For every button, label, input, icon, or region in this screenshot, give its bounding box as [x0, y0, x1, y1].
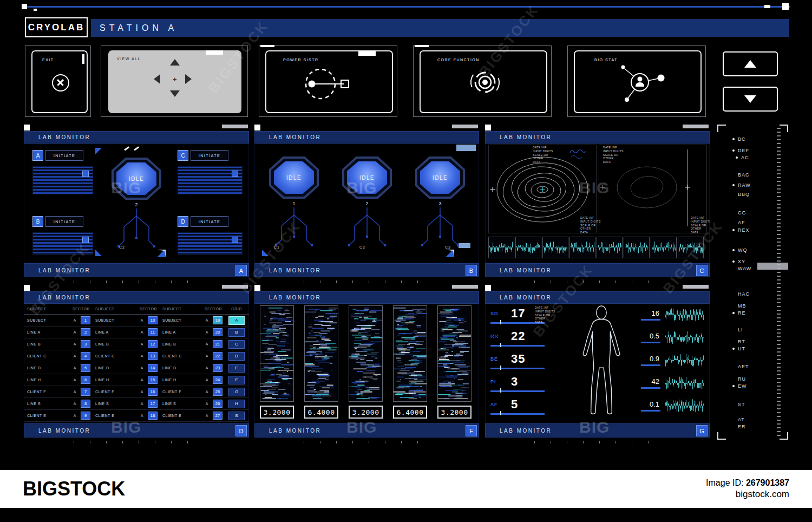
number-badge[interactable]: 1 [81, 316, 90, 324]
pan-up-button[interactable] [170, 59, 180, 66]
sidebar-item[interactable]: BC [732, 136, 746, 142]
number-badge[interactable]: 10 [148, 316, 158, 324]
sidebar-item[interactable]: BBQ [732, 192, 750, 197]
power-system-icon[interactable] [300, 63, 354, 106]
scroll-indicator[interactable] [757, 263, 788, 270]
bio-stat-icon[interactable] [610, 58, 675, 109]
grid-badge[interactable]: E [228, 364, 245, 373]
number-badge[interactable]: 20 [213, 328, 222, 336]
scroll-up-button[interactable] [723, 51, 778, 76]
number-badge[interactable]: 12 [148, 340, 158, 348]
number-badge[interactable]: 21 [213, 340, 222, 348]
number-badge[interactable]: 7 [81, 388, 90, 396]
sidebar-item[interactable]: WQ [732, 247, 748, 253]
number-badge[interactable]: 6 [81, 376, 90, 384]
bigstock-logo[interactable]: BIGSTOCK [23, 478, 125, 500]
close-button[interactable] [52, 74, 69, 92]
pan-left-button[interactable] [154, 74, 160, 84]
number-badge[interactable]: 23 [213, 364, 222, 372]
core-function-icon[interactable] [466, 63, 504, 101]
number-badge[interactable]: 15 [148, 376, 158, 384]
number-badge[interactable]: 13 [148, 352, 158, 360]
table-row[interactable]: LINE SA8LINE SA17LINE SA26H [24, 398, 249, 410]
number-badge[interactable]: 8 [81, 400, 90, 408]
site-link[interactable]: bigstock.com [706, 488, 789, 501]
table-row[interactable]: CLIENT FA7CLIENT FA16CLIENT FA25G [24, 386, 249, 398]
grid-badge[interactable]: G [228, 388, 245, 396]
cryo-unit[interactable]: IDLE 2 [102, 147, 171, 263]
sidebar-item[interactable]: ER [732, 424, 746, 429]
table-row[interactable]: SUBJECTA1SUBJECTA10SUBJECTA19A [24, 315, 249, 327]
sidebar-item[interactable]: AF [732, 220, 745, 225]
monitor-badge-f[interactable]: F [466, 425, 477, 436]
sidebar-item[interactable]: WAW [732, 266, 751, 271]
number-badge[interactable]: 3 [81, 340, 90, 348]
sidebar-item[interactable]: AC [736, 155, 749, 160]
number-badge[interactable]: 18 [148, 412, 158, 420]
number-badge[interactable]: 11 [148, 328, 158, 336]
initiate-button-c[interactable]: C INITIATE [178, 150, 228, 161]
sidebar-item[interactable]: RE [732, 310, 746, 316]
sidebar-item[interactable]: AET [732, 364, 749, 369]
monitor-badge-b[interactable]: B [466, 265, 477, 276]
sidebar-item[interactable]: DEF [732, 148, 749, 153]
initiate-button-b[interactable]: B INITIATE [32, 216, 83, 227]
number-badge[interactable]: 17 [148, 400, 158, 408]
sidebar-item[interactable]: RT [732, 339, 745, 344]
table-row[interactable]: LINE HA6LINE HA15LINE HA24F [24, 374, 249, 386]
cryo-unit-3[interactable]: IDLE 3 [406, 146, 474, 262]
table-row[interactable]: LINE DA5LINE DA14LINE DA23E [24, 362, 249, 374]
grid-badge[interactable]: B [228, 328, 245, 337]
sidebar-item[interactable]: RU [732, 376, 746, 382]
pan-center-button[interactable]: + [173, 75, 177, 83]
number-badge[interactable]: 24 [213, 376, 222, 384]
monitor-badge-g[interactable]: G [696, 425, 708, 436]
number-badge[interactable]: 27 [213, 412, 222, 420]
initiate-button-d[interactable]: D INITIATE [178, 216, 228, 227]
sidebar-item[interactable]: MB [732, 303, 746, 309]
sidebar-item[interactable]: ST [732, 402, 745, 407]
sidebar-item[interactable]: CG [732, 210, 746, 216]
sidebar-item[interactable]: XY [732, 259, 745, 264]
sidebar-item[interactable]: REX [732, 227, 750, 233]
sidebar-item[interactable]: LI [732, 327, 743, 332]
scroll-dots[interactable] [777, 128, 781, 436]
grid-badge[interactable]: D [228, 352, 245, 361]
grid-badge[interactable]: H [228, 400, 245, 408]
mini-scrollbar[interactable] [82, 54, 84, 64]
monitor-badge-d[interactable]: D [235, 425, 247, 436]
cryo-unit-2[interactable]: IDLE 2 [333, 146, 401, 262]
grid-badge[interactable]: C [228, 340, 245, 349]
cryo-unit-1[interactable]: IDLE 1 [260, 146, 328, 262]
sidebar-item[interactable]: EW [732, 383, 747, 389]
grid-badge[interactable]: F [228, 376, 245, 384]
table-row[interactable]: CLIENT EA9CLIENT EA18CLIENT EA27S [24, 410, 249, 422]
number-badge[interactable]: 14 [148, 364, 158, 372]
table-row[interactable]: LINE AA2LINE AA11LINE AA20B [24, 327, 249, 338]
monitor-badge-a[interactable]: A [235, 265, 247, 276]
sidebar-item[interactable]: BAC [732, 172, 750, 178]
sidebar-item[interactable]: UT [732, 346, 745, 351]
number-badge[interactable]: 26 [213, 400, 222, 408]
grid-badge[interactable]: A [228, 316, 245, 325]
number-badge[interactable]: 19 [213, 316, 222, 324]
number-badge[interactable]: 4 [81, 352, 90, 360]
initiate-button-a[interactable]: A INITIATE [32, 150, 83, 161]
table-row[interactable]: LINE BA3LINE BA12LINE BA21C [24, 338, 249, 350]
number-badge[interactable]: 16 [148, 388, 158, 396]
sidebar-item[interactable]: AT [732, 417, 745, 422]
monitor-badge-c[interactable]: C [696, 265, 708, 276]
scroll-down-button[interactable] [723, 87, 778, 112]
number-badge[interactable]: 5 [81, 364, 90, 372]
number-badge[interactable]: 25 [213, 388, 222, 396]
pan-right-button[interactable] [185, 74, 192, 84]
pan-down-button[interactable] [170, 90, 180, 97]
number-badge[interactable]: 22 [213, 352, 222, 360]
grid-badge[interactable]: S [228, 412, 245, 420]
reading-bar [641, 410, 660, 412]
number-badge[interactable]: 2 [81, 328, 90, 336]
sidebar-item[interactable]: RAW [732, 182, 751, 188]
sidebar-item[interactable]: HAC [732, 291, 750, 297]
number-badge[interactable]: 9 [81, 412, 90, 420]
table-row[interactable]: CLIENT CA4CLIENT CA13CLIENT CA22D [24, 350, 249, 362]
